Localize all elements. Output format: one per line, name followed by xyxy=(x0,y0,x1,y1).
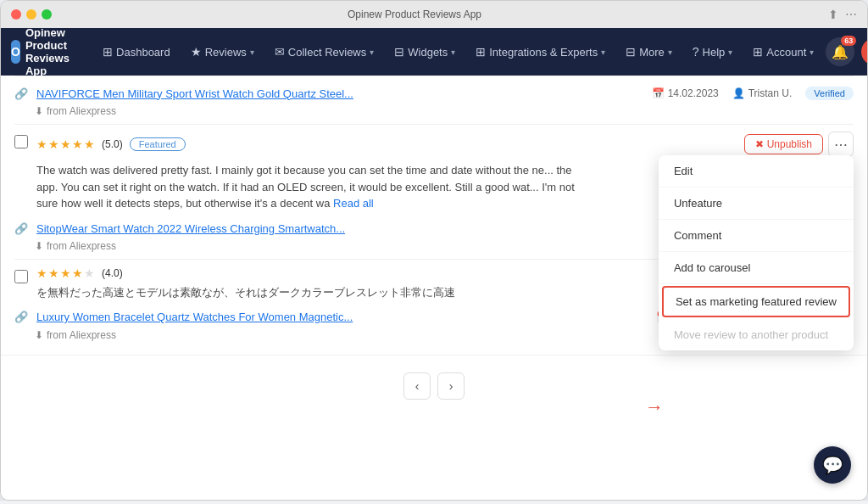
featured-review-content: ★ ★ ★ ★ ★ (5.0) Featured ✖ Unpublish xyxy=(36,132,854,212)
featured-stars: ★ ★ ★ ★ ★ xyxy=(36,137,95,151)
app-name: Opinew Product Reviews App xyxy=(25,26,84,77)
star-2: ★ xyxy=(48,137,59,151)
window-chrome: Opinew Product Reviews App ⬆ ⋯ xyxy=(1,1,867,28)
second-stars: ★ ★ ★ ★ ★ xyxy=(36,266,95,280)
featured-rating-num: (5.0) xyxy=(102,138,123,150)
unpublish-button[interactable]: ✖ Unpublish xyxy=(744,134,823,154)
source-icon-second: ⬇ xyxy=(35,329,43,341)
product-row-1: 🔗 NAVIFORCE Men Military Sport Wrist Wat… xyxy=(14,76,854,104)
help-chevron: ▾ xyxy=(728,48,732,57)
reviews-list: 🔗 NAVIFORCE Men Military Sport Wrist Wat… xyxy=(1,76,867,348)
unfeature-label: Unfeature xyxy=(674,197,722,210)
dropdown-unfeature[interactable]: Unfeature xyxy=(659,188,854,220)
product-link-featured[interactable]: SitopWear Smart Watch 2022 Wireless Char… xyxy=(36,222,345,235)
product-meta-1: 📅 14.02.2023 👤 Tristan U. Verified xyxy=(652,87,854,100)
widgets-icon: ⊟ xyxy=(394,45,404,59)
window-title: Opinew Product Reviews App xyxy=(57,8,772,20)
date-icon-1: 📅 xyxy=(652,87,665,99)
user-name-1: Tristan U. xyxy=(748,87,793,99)
nav-integrations[interactable]: ⊞ Integrations & Experts ▾ xyxy=(467,40,614,64)
move-product-label: Move review to another product xyxy=(674,328,828,341)
source-text-1: from Aliexpress xyxy=(47,105,116,117)
account-chevron: ▾ xyxy=(810,48,814,57)
chat-button[interactable]: 💬 xyxy=(814,446,851,484)
dropdown-add-carousel[interactable]: Add to carousel xyxy=(659,252,854,284)
star-5: ★ xyxy=(84,137,95,151)
integrations-chevron: ▾ xyxy=(601,48,605,57)
nav-help[interactable]: ? Help ▾ xyxy=(684,40,742,64)
nav-widgets-label: Widgets xyxy=(408,46,448,59)
s-star-2: ★ xyxy=(48,266,59,280)
nav-widgets[interactable]: ⊟ Widgets ▾ xyxy=(386,40,464,64)
nav-more[interactable]: ⊟ More ▾ xyxy=(617,40,681,64)
notification-badge: 63 xyxy=(841,36,856,46)
product-link-1[interactable]: NAVIFORCE Men Military Sport Wrist Watch… xyxy=(36,87,353,100)
featured-review-row: ★ ★ ★ ★ ★ (5.0) Featured ✖ Unpublish xyxy=(14,124,854,219)
nav-collect-reviews[interactable]: ✉ Collect Reviews ▾ xyxy=(266,40,382,64)
review-more-button[interactable]: ⋯ xyxy=(828,132,854,157)
collect-icon: ✉ xyxy=(275,45,285,59)
featured-badge: Featured xyxy=(130,137,186,151)
unpublish-x-icon: ✖ xyxy=(755,138,764,150)
user-avatar[interactable]: XD xyxy=(861,38,868,65)
dropdown-set-marketing[interactable]: Set as marketing featured review xyxy=(662,286,850,317)
s-star-1: ★ xyxy=(36,266,47,280)
comment-label: Comment xyxy=(674,229,721,242)
star-3: ★ xyxy=(60,137,71,151)
dropdown-comment[interactable]: Comment xyxy=(659,220,854,252)
main-navigation: O Opinew Product Reviews App ⊞ Dashboard… xyxy=(1,28,867,76)
nav-dashboard-label: Dashboard xyxy=(116,46,170,59)
integrations-icon: ⊞ xyxy=(476,45,486,59)
verified-badge-1: Verified xyxy=(805,87,854,100)
featured-review-header: ★ ★ ★ ★ ★ (5.0) Featured ✖ Unpublish xyxy=(36,132,854,157)
prev-icon: ‹ xyxy=(415,379,420,393)
nav-collect-label: Collect Reviews xyxy=(288,46,366,59)
window-maximize-dot[interactable] xyxy=(42,9,52,20)
nav-account-label: Account xyxy=(766,46,806,59)
window-minimize-dot[interactable] xyxy=(26,9,36,20)
logo-icon: O xyxy=(11,40,20,64)
nav-reviews[interactable]: ★ Reviews ▾ xyxy=(182,40,263,64)
link-icon-second: 🔗 xyxy=(14,311,28,323)
dropdown-move-product: Move review to another product xyxy=(659,319,854,350)
product-date-1: 📅 14.02.2023 xyxy=(652,87,719,99)
chrome-share-icon[interactable]: ⬆ xyxy=(828,8,838,21)
topbar-right: 🔔 63 XD ⋯ xyxy=(826,37,868,66)
edit-label: Edit xyxy=(674,165,693,177)
s-star-5: ★ xyxy=(84,266,95,280)
nav-integrations-label: Integrations & Experts xyxy=(489,46,598,59)
user-icon-1: 👤 xyxy=(732,87,745,99)
read-all-link[interactable]: Read all xyxy=(333,197,374,210)
pagination: ‹ › xyxy=(1,355,867,417)
product-link-second[interactable]: Luxury Women Bracelet Quartz Watches For… xyxy=(36,311,353,323)
reviews-chevron: ▾ xyxy=(250,48,254,57)
more-nav-icon: ⊟ xyxy=(626,45,636,59)
add-carousel-label: Add to carousel xyxy=(674,261,750,274)
nav-help-label: Help xyxy=(703,46,726,59)
review-dropdown-menu: Edit Unfeature Comment Add to carousel xyxy=(659,155,854,350)
next-icon: › xyxy=(449,379,453,393)
unpublish-label: Unpublish xyxy=(767,138,812,150)
nav-account[interactable]: ⊞ Account ▾ xyxy=(744,40,822,64)
nav-dashboard[interactable]: ⊞ Dashboard xyxy=(94,40,179,64)
source-row-1: ⬇ from Aliexpress xyxy=(14,104,854,124)
second-review-checkbox[interactable] xyxy=(14,270,28,283)
more-chevron: ▾ xyxy=(668,48,672,57)
prev-page-button[interactable]: ‹ xyxy=(403,372,431,400)
reviews-icon: ★ xyxy=(191,45,202,59)
chrome-menu-icon[interactable]: ⋯ xyxy=(845,8,857,21)
window-close-dot[interactable] xyxy=(11,9,21,20)
next-page-button[interactable]: › xyxy=(437,372,465,400)
source-icon-featured: ⬇ xyxy=(35,240,43,252)
nav-more-label: More xyxy=(639,46,665,59)
star-4: ★ xyxy=(72,137,83,151)
featured-review-checkbox[interactable] xyxy=(14,135,28,148)
help-icon: ? xyxy=(693,45,699,59)
collect-chevron: ▾ xyxy=(370,48,374,57)
chrome-icons: ⬆ ⋯ xyxy=(828,8,857,21)
chat-icon: 💬 xyxy=(822,455,843,475)
featured-review-actions: ✖ Unpublish ⋯ Edit xyxy=(744,132,854,157)
notifications-button[interactable]: 🔔 63 xyxy=(826,37,854,66)
dropdown-edit[interactable]: Edit xyxy=(659,155,854,188)
widgets-chevron: ▾ xyxy=(451,48,455,57)
